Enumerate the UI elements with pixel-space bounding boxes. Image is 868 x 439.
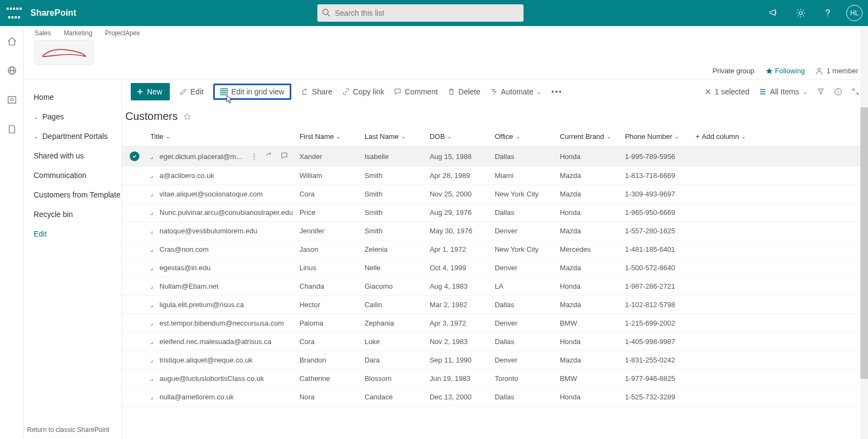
row-title[interactable]: eget.dictum.placerat@m... — [159, 152, 242, 161]
edit-button[interactable]: Edit — [180, 87, 203, 96]
megaphone-icon[interactable] — [765, 4, 782, 22]
nav-recycle[interactable]: Recycle bin — [34, 205, 122, 224]
row-title[interactable]: Nunc.pulvinar.arcu@conubianostraper.edu — [159, 208, 293, 217]
following-toggle[interactable]: Following — [765, 67, 805, 75]
nav-customers-template[interactable]: Customers from Template — [34, 185, 122, 205]
nav-department-portals[interactable]: ⌄Department Portals — [34, 126, 122, 146]
col-firstname[interactable]: First Name — [299, 132, 358, 141]
table-row[interactable]: ⌟Nullam@Etiam.netChandaGiacomoAug 4, 198… — [122, 277, 868, 296]
scrollbar-thumb[interactable] — [860, 107, 868, 379]
breadcrumb-item[interactable]: Marketing — [63, 29, 92, 37]
delete-button[interactable]: Delete — [448, 87, 480, 96]
filter-button[interactable] — [817, 88, 825, 96]
avatar[interactable]: HL — [846, 5, 863, 21]
attachment-icon: ⌟ — [150, 209, 153, 216]
close-icon — [705, 88, 711, 95]
check-icon[interactable] — [130, 151, 139, 161]
col-add[interactable]: + Add column — [695, 132, 865, 141]
row-title[interactable]: augue@luctuslobortisClass.co.uk — [159, 374, 264, 383]
comment-row-icon[interactable] — [280, 152, 288, 161]
table-row[interactable]: ⌟Cras@non.comJasonZeleniaApr 1, 1972New … — [122, 240, 868, 259]
table-row[interactable]: ⌟a@aclibero.co.ukWilliamSmithApr 28, 198… — [122, 167, 868, 185]
cell-fn: William — [296, 167, 361, 185]
files-icon[interactable] — [3, 120, 21, 138]
clear-selection-button[interactable]: 1 selected — [705, 87, 749, 96]
table-row[interactable]: ⌟nulla@ametlorem.co.ukNoraCandaceDec 13,… — [122, 388, 868, 406]
news-icon[interactable] — [3, 91, 21, 109]
row-title[interactable]: Nullam@Etiam.net — [159, 282, 219, 290]
row-title[interactable]: tristique.aliquet@neque.co.uk — [159, 356, 252, 364]
row-title[interactable]: est.tempor.bibendum@neccursusa.com — [159, 319, 284, 327]
nav-edit[interactable]: Edit — [34, 224, 122, 244]
search-input[interactable] — [317, 4, 524, 22]
expand-button[interactable] — [852, 88, 859, 96]
row-title[interactable]: ligula.elit.pretium@risus.ca — [159, 301, 244, 309]
return-classic-link[interactable]: Return to classic SharePoint — [27, 426, 109, 434]
cell-fn: Cora — [296, 185, 361, 203]
app-launcher-icon[interactable] — [5, 4, 23, 22]
table-row[interactable]: ⌟egestas@in.eduLinusNelleOct 4, 1999Denv… — [122, 259, 868, 277]
table-row[interactable]: ⌟eleifend.nec.malesuada@atrisus.caCoraLu… — [122, 333, 868, 351]
nav-pages[interactable]: ⌄Pages — [34, 107, 122, 126]
breadcrumb-item[interactable]: ProjectApex — [105, 29, 140, 37]
funnel-icon — [817, 88, 825, 96]
table-row[interactable]: ⌟est.tempor.bibendum@neccursusa.comPalom… — [122, 314, 868, 333]
cell-office: New York City — [492, 185, 557, 203]
cell-ln: Smith — [361, 222, 426, 240]
copy-link-button[interactable]: Copy link — [342, 87, 385, 96]
search-box[interactable] — [317, 4, 524, 22]
col-lastname[interactable]: Last Name — [365, 132, 423, 141]
search-icon — [322, 8, 330, 17]
nav-home[interactable]: Home — [34, 87, 122, 107]
more-icon[interactable]: ⋮ — [251, 152, 258, 161]
col-dob[interactable]: DOB — [430, 132, 488, 141]
more-button[interactable]: ••• — [551, 87, 563, 96]
globe-icon[interactable] — [3, 62, 21, 79]
cell-ln: Blossom — [361, 370, 426, 388]
cell-fn: Chanda — [296, 277, 361, 296]
share-button[interactable]: Share — [301, 87, 332, 96]
table-row[interactable]: ⌟natoque@vestibulumlorem.eduJenniferSmit… — [122, 222, 868, 240]
row-title[interactable]: natoque@vestibulumlorem.edu — [159, 227, 257, 235]
gear-icon[interactable] — [792, 4, 809, 22]
cell-phone: 1-977-946-8825 — [622, 370, 692, 388]
col-title[interactable]: Title — [150, 132, 293, 141]
row-title[interactable]: a@aclibero.co.uk — [159, 171, 214, 180]
info-button[interactable] — [834, 88, 842, 96]
table-row[interactable]: ⌟Nunc.pulvinar.arcu@conubianostraper.edu… — [122, 203, 868, 222]
edit-grid-view-button[interactable]: Edit in grid view — [213, 84, 291, 100]
svg-point-17 — [838, 90, 839, 91]
col-office[interactable]: Office — [495, 132, 553, 141]
nav-shared[interactable]: Shared with us — [34, 146, 122, 166]
automate-button[interactable]: Automate — [490, 87, 541, 96]
cell-fn: Jason — [296, 240, 361, 259]
breadcrumb-item[interactable]: Sales — [35, 29, 51, 37]
table-row[interactable]: ⌟tristique.aliquet@neque.co.ukBrandonDar… — [122, 351, 868, 370]
cell-office: Denver — [492, 259, 557, 277]
view-selector[interactable]: All Items — [759, 87, 807, 96]
home-icon[interactable] — [3, 33, 21, 50]
nav-communication[interactable]: Communication — [34, 166, 122, 185]
row-title[interactable]: nulla@ametlorem.co.uk — [159, 393, 234, 401]
col-brand[interactable]: Current Brand — [560, 132, 618, 141]
row-title[interactable]: eleifend.nec.malesuada@atrisus.ca — [159, 338, 271, 346]
cell-office: Dallas — [492, 203, 557, 222]
cell-office: New York City — [492, 240, 557, 259]
row-title[interactable]: egestas@in.edu — [159, 264, 210, 272]
table-row[interactable]: ⌟ligula.elit.pretium@risus.caHectorCaili… — [122, 296, 868, 314]
comment-button[interactable]: Comment — [394, 87, 438, 96]
cell-brand: Mazda — [557, 222, 622, 240]
new-button[interactable]: New — [131, 83, 170, 100]
row-title[interactable]: Cras@non.com — [159, 245, 209, 253]
help-icon[interactable] — [819, 4, 837, 22]
members-count[interactable]: 1 member — [815, 67, 858, 75]
site-logo[interactable] — [35, 40, 93, 65]
share-row-icon[interactable] — [265, 152, 273, 161]
row-title[interactable]: vitae.aliquet@sociisnatoque.com — [159, 190, 263, 198]
table-row[interactable]: ⌟vitae.aliquet@sociisnatoque.comCoraSmit… — [122, 185, 868, 203]
col-phone[interactable]: Phone Number — [625, 132, 689, 141]
star-outline-icon[interactable] — [183, 113, 191, 120]
table-row[interactable]: ⌟augue@luctuslobortisClass.co.ukCatherin… — [122, 370, 868, 388]
cell-ln: Candace — [361, 388, 426, 406]
table-row[interactable]: ⌟eget.dictum.placerat@m...⋮XanderIsabell… — [122, 147, 868, 167]
